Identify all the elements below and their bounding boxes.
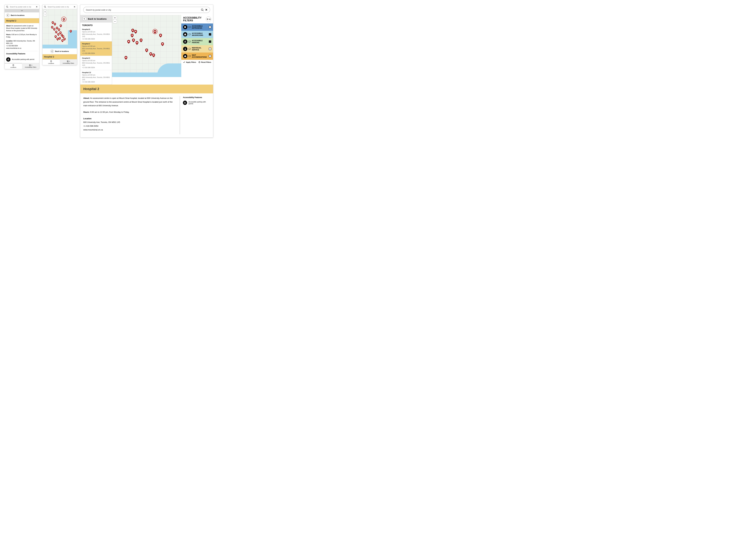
filter-label: ACCESSIBLE WASHROOMS [192,32,207,36]
location-name: Hospital 2 [82,43,110,45]
filter-row[interactable]: ACCESSIBLE PARKING [181,38,213,45]
chevron-left-icon [7,14,9,16]
search-icon[interactable] [201,9,204,11]
tab-filters[interactable]: 0 Accessibility Filters [60,59,77,65]
filter-checkbox[interactable] [209,26,211,28]
apply-filters-button[interactable]: Apply Filters [183,61,196,63]
hours-label: Hours: [6,34,11,35]
zoom-out-button[interactable]: − [113,20,117,23]
filters-title: ACCESSIBILITY FILTERS [183,16,204,22]
filters-count: 0 [209,18,210,20]
location-phone: +1 416-586-5054 [82,38,110,40]
location-pin-icon [50,60,52,63]
tab-filters[interactable]: 0 Accessibility Filters [22,63,39,69]
parking-icon [183,100,187,105]
filter-label: ACCESSIBLE PARKING [192,40,207,43]
filters-header: ACCESSIBILITY FILTERS 0 [181,15,213,23]
filter-row[interactable]: ACCESSIBLE ENTRANCES [181,23,213,31]
filter-label: INDIVIDUAL SERVICE [192,47,207,51]
locations-sidebar: Back to locations TORONTO Hospital 8Open… [80,15,112,85]
clear-search-icon[interactable]: ✕ [74,6,75,8]
map-canvas[interactable]: + − [42,9,77,48]
features-heading: Accessibility Features [183,97,210,98]
back-bar: Back to locations [42,48,77,54]
tooltip-icon[interactable] [189,41,191,43]
filters-count-badge: 0 [206,16,211,22]
filter-checkbox[interactable] [209,41,211,43]
clear-search-icon[interactable]: ✕ [36,6,38,8]
reset-filters-button[interactable]: Reset Filters [198,61,211,63]
parking-icon [6,57,11,62]
filter-icon [183,40,187,44]
tooltip-icon[interactable] [189,33,191,35]
filter-checkbox[interactable] [209,48,211,50]
city-heading: TORONTO [80,22,112,27]
mobile-map-view: ✕ + − Back to location [42,5,77,65]
filter-row[interactable]: INDIVIDUAL SERVICE [181,45,213,52]
location-opens: Opens at 8:00 am [82,74,110,76]
search-placeholder[interactable]: Search by postal code or city [86,9,200,11]
search-input[interactable] [47,6,74,8]
location-title: Hospital 2 [42,54,77,59]
clear-search-icon[interactable]: ✕ [205,8,207,12]
tooltip-icon[interactable] [189,48,191,50]
about-text: An assessment centre is open at Mount Si… [83,97,173,107]
back-button[interactable] [82,17,86,21]
location-item[interactable]: Hospital 6Opens at 8:00 am600 University… [80,56,112,70]
back-bar: Back to locations [80,15,112,22]
back-button[interactable] [50,50,54,53]
phone-text: +1 416-586-5054 [83,125,98,127]
zoom-in-button[interactable]: + [113,16,117,20]
address-text: 600 University Ave, Toronto, ON M5G 1X5 [83,121,120,123]
chevron-down-icon [20,10,23,12]
location-item[interactable]: Hospital 12Opens at 8:00 am600 Universit… [80,70,112,85]
bottom-tabs: Locations 0 Accessibility Filters [42,59,77,65]
filter-row[interactable]: WAIT ACCOMODATIONS [181,52,213,60]
tab-locations[interactable]: Locations [5,63,22,69]
back-button[interactable] [6,14,10,17]
feature-label: Accessible parking with permit [12,58,34,61]
location-opens: Opens at 8:00 am [82,31,110,33]
filters-panel: ACCESSIBILITY FILTERS 0 ACCESSIBLE ENTRA… [181,15,213,85]
tooltip-icon[interactable] [189,26,191,28]
sliders-icon [67,60,69,62]
location-pin-icon [12,64,14,67]
search-bar: ✕ [5,5,39,9]
map-zoom-controls: + − [43,10,47,16]
tab-locations-label: Locations [11,67,16,68]
mobile-detail-view: ✕ Back to locations Hospital 2 About: An… [5,5,39,69]
search-icon [44,6,46,8]
about-label: About: [6,25,11,27]
sliders-icon [29,64,31,66]
map-canvas[interactable]: + − [112,15,181,77]
location-opens: Opens at 8:00 am [82,45,110,47]
location-opens: Opens at 8:00 am [82,60,110,62]
map-column: + − [112,15,181,77]
tooltip-icon[interactable] [189,55,191,57]
zoom-out-button[interactable]: − [43,13,46,16]
filter-checkbox[interactable] [209,33,211,36]
filter-checkbox[interactable] [209,55,211,57]
back-label: Back to locations [11,14,24,16]
filter-row[interactable]: ACCESSIBLE WASHROOMS [181,31,213,38]
filter-icon [183,47,187,51]
filter-icon [183,25,187,29]
location-item[interactable]: Hospital 2Opens at 8:00 am600 University… [80,42,112,56]
filter-icon [183,32,187,37]
filter-count: 0 [32,65,32,66]
location-detail: About: An assessment centre is open at M… [5,23,39,63]
feature-label: Accessible parking with permit [189,101,210,104]
reset-icon [198,61,201,63]
collapse-handle[interactable] [5,9,39,13]
chevron-left-icon [51,50,53,52]
filter-count: 0 [69,61,70,62]
search-bar: ✕ [42,5,77,9]
desktop-view: Search by postal code or city ✕ Back to … [80,5,213,138]
location-label: Location [83,117,92,120]
location-address: 600 University Ave, Toronto, ON M5G 1X5 [82,47,110,52]
zoom-in-button[interactable]: + [43,10,46,13]
search-input[interactable] [9,6,36,8]
tab-locations[interactable]: Locations [42,59,60,65]
filter-label: WAIT ACCOMODATIONS [192,54,207,58]
location-item[interactable]: Hospital 8Opens at 8:00 am600 University… [80,27,112,42]
